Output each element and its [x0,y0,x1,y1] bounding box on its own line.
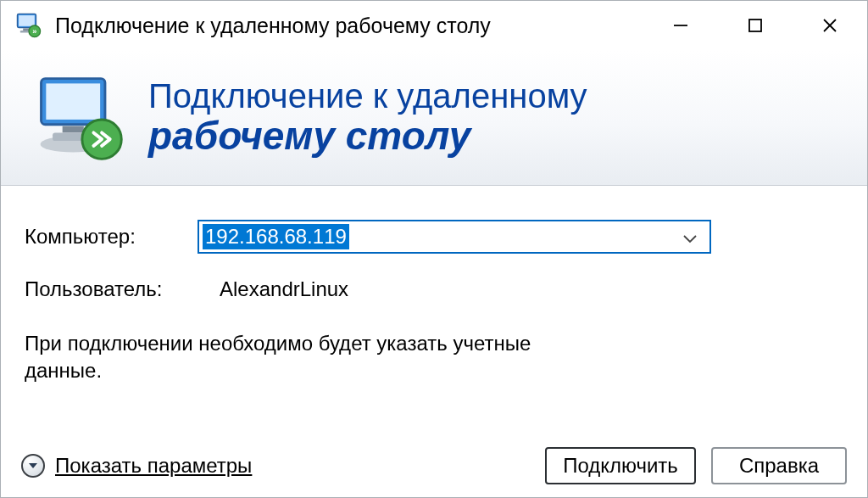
help-button[interactable]: Справка [711,447,847,484]
window-title: Подключение к удаленному рабочему столу [55,14,643,38]
banner-text: Подключение к удаленному рабочему столу [148,78,587,156]
chevron-down-circle-icon [21,454,45,478]
svg-rect-7 [749,20,761,31]
show-options-toggle[interactable]: Показать параметры [21,454,252,478]
banner-line1: Подключение к удаленному [148,78,587,114]
maximize-icon [747,17,764,34]
chevron-down-icon [682,225,698,249]
svg-rect-12 [63,126,84,132]
credentials-info: При подключении необходимо будет указать… [25,330,567,385]
computer-label: Компьютер: [25,225,198,249]
user-value: AlexandrLinux [220,277,348,301]
connect-button[interactable]: Подключить [545,447,696,484]
form-body: Компьютер: 192.168.68.119 Пользователь: … [1,186,867,385]
banner-line2: рабочему столу [148,115,587,156]
svg-marker-16 [29,463,37,468]
computer-row: Компьютер: 192.168.68.119 [25,220,843,254]
rdp-window: » Подключение к удаленному рабочему стол… [0,0,868,498]
computer-value: 192.168.68.119 [203,224,349,249]
titlebar: » Подключение к удаленному рабочему стол… [1,1,867,50]
svg-rect-11 [46,83,100,120]
banner: Подключение к удаленному рабочему столу [1,50,867,186]
svg-rect-1 [19,15,35,26]
minimize-button[interactable] [643,1,718,50]
close-icon [821,16,839,35]
user-label: Пользователь: [25,277,220,301]
minimize-icon [671,16,690,35]
maximize-button[interactable] [718,1,793,50]
user-row: Пользователь: AlexandrLinux [25,277,843,301]
footer: Показать параметры Подключить Справка [1,434,867,497]
rdp-banner-icon [30,69,128,167]
rdp-app-icon: » [14,11,43,40]
window-controls [643,1,867,50]
computer-combobox[interactable]: 192.168.68.119 [198,220,711,254]
svg-text:»: » [32,27,36,36]
show-options-label: Показать параметры [55,454,252,478]
close-button[interactable] [793,1,867,50]
